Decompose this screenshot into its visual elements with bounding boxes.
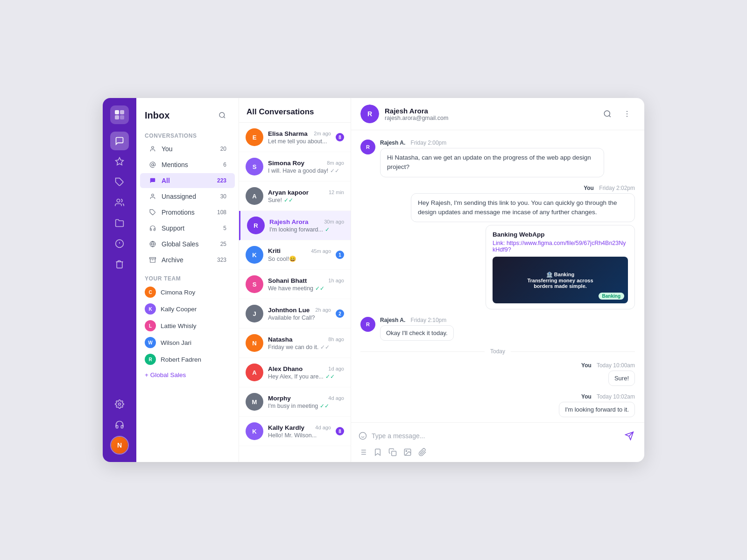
nav-sidebar: N	[103, 98, 136, 462]
conv-badge-kally-kardly: 8	[336, 427, 344, 435]
svg-point-21	[604, 111, 610, 116]
nav-item-trash[interactable]	[110, 255, 129, 273]
chat-search-button[interactable]	[599, 106, 615, 122]
msg-meta-3: Rajesh A. Friday 2:10pm	[380, 317, 454, 323]
image-tool[interactable]	[403, 448, 412, 456]
conv-avatar-morphy: M	[246, 393, 263, 411]
msg-card-preview: 🏦 BankingTransferring money acrossborder…	[493, 257, 628, 303]
sidebar-item-all-count: 223	[217, 177, 226, 184]
conv-info-alex: Alex Dhano 1d ago Hey Alex, If you are..…	[268, 365, 344, 380]
sidebar-item-promotions-count: 108	[217, 209, 226, 216]
svg-point-13	[152, 147, 154, 149]
conv-item-johnthon[interactable]: J Johnthon Lue 2h ago Available for Call…	[239, 299, 351, 329]
msg-row-2: You Friday 2:02pm Hey Rajesh, I'm sendin…	[360, 185, 635, 310]
person-outline-icon	[148, 192, 157, 201]
nav-item-users[interactable]	[110, 193, 129, 212]
svg-point-39	[406, 450, 407, 451]
conv-item-rajesh[interactable]: R Rajesh Arora 30m ago I'm looking forwa…	[239, 211, 351, 240]
msg-card-link[interactable]: Link: https://www.figma.com/file/59/67jc…	[493, 240, 628, 253]
nav-item-tag[interactable]	[110, 173, 129, 191]
chat-more-button[interactable]	[619, 106, 635, 122]
msg-content-2: You Friday 2:02pm Hey Rajesh, I'm sendin…	[411, 185, 635, 310]
conv-item-simona[interactable]: S Simona Roy 8m ago I will. Have a good …	[239, 152, 351, 182]
send-button[interactable]	[622, 428, 637, 443]
sidebar-item-unassigned[interactable]: Unassigned 30	[140, 189, 235, 204]
team-member-lattie[interactable]: L Lattie Whisly	[136, 317, 239, 334]
conv-item-natasha[interactable]: N Natasha 8h ago Friday we can do it. ✓✓	[239, 329, 351, 358]
search-button[interactable]	[214, 107, 230, 123]
msg-bubble-1: Hi Natasha, can we get an update on the …	[380, 148, 604, 177]
sidebar-item-promotions[interactable]: Promotions 108	[140, 205, 235, 220]
user-avatar[interactable]: N	[110, 436, 129, 455]
sidebar-item-archive[interactable]: Archive 323	[140, 252, 235, 267]
conv-avatar-alex: A	[246, 364, 263, 381]
msg-bubble-5: Sure!	[608, 371, 635, 386]
sidebar-item-global-sales[interactable]: Global Sales 25	[140, 237, 235, 252]
sidebar-item-you[interactable]: You 20	[140, 141, 235, 156]
team-member-robert[interactable]: R Robert Fadren	[136, 351, 239, 368]
conv-info-kriti: Kriti 45m ago So cool!😄	[268, 247, 331, 262]
conv-item-alex[interactable]: A Alex Dhano 1d ago Hey Alex, If you are…	[239, 358, 351, 387]
conv-avatar-simona: S	[246, 158, 263, 175]
nav-item-alert[interactable]	[110, 234, 129, 253]
msg-sender-3: Rajesh A.	[380, 317, 405, 323]
sidebar-item-all[interactable]: All 223	[140, 173, 235, 188]
sidebar-item-support-count: 5	[223, 225, 226, 231]
nav-item-inbox[interactable]	[110, 132, 129, 150]
sidebar-item-support[interactable]: Support 5	[140, 221, 235, 236]
conv-avatar-aryan: A	[246, 187, 263, 205]
msg-time-6: Today 10:02am	[597, 393, 635, 400]
nav-item-headset[interactable]	[110, 415, 129, 434]
conv-preview-natasha: Friday we can do it. ✓✓	[268, 344, 344, 350]
chat-header: R Rajesh Arora rajesh.arora@gmail.com	[351, 98, 644, 130]
conv-time-natasha: 8h ago	[328, 336, 344, 342]
copy-tool[interactable]	[388, 448, 397, 456]
conv-item-sohani[interactable]: S Sohani Bhatt 1h ago We have meeting ✓✓	[239, 270, 351, 299]
conv-time-elisa: 2m ago	[314, 131, 331, 136]
add-team-button[interactable]: + Global Sales	[136, 368, 239, 382]
msg-card-banking: Banking WebApp Link: https://www.figma.c…	[486, 225, 635, 309]
nav-item-star[interactable]	[110, 152, 129, 171]
svg-point-11	[219, 112, 225, 118]
team-member-wilson[interactable]: W Wilson Jari	[136, 334, 239, 351]
divider-line-left	[360, 351, 485, 352]
nav-item-folder[interactable]	[110, 214, 129, 232]
conv-name-natasha: Natasha	[268, 336, 293, 343]
conv-item-aryan[interactable]: A Aryan kapoor 12 min Sure! ✓✓	[239, 182, 351, 211]
conv-info-aryan: Aryan kapoor 12 min Sure! ✓✓	[268, 189, 344, 203]
msg-row-5: You Today 10:00am Sure!	[360, 362, 635, 386]
attach-tool[interactable]	[418, 448, 427, 456]
conv-name-kally-kardly: Kally Kardly	[268, 424, 304, 431]
conv-avatar-sohani: S	[246, 275, 263, 293]
conversations-list: E Elisa Sharma 2m ago Let me tell you ab…	[239, 123, 351, 462]
conv-name-aryan: Aryan kapoor	[268, 189, 309, 196]
conv-item-kally-kardly[interactable]: K Kally Kardly 4d ago Hello! Mr. Wilson.…	[239, 417, 351, 446]
team-name-cimona: Cimona Roy	[161, 289, 195, 296]
conv-info-johnthon: Johnthon Lue 2h ago Available for Call?	[268, 307, 331, 321]
team-avatar-cimona: C	[145, 287, 156, 298]
svg-point-24	[627, 113, 627, 114]
conv-time-simona: 8m ago	[327, 160, 344, 166]
sidebar-item-mentions-count: 6	[223, 161, 226, 168]
conv-avatar-elisa: E	[246, 128, 263, 146]
svg-rect-19	[150, 258, 156, 259]
message-input[interactable]	[372, 432, 617, 440]
list-tool[interactable]	[359, 448, 367, 456]
conv-info-sohani: Sohani Bhatt 1h ago We have meeting ✓✓	[268, 277, 344, 292]
sidebar-item-mentions[interactable]: Mentions 6	[140, 157, 235, 172]
team-member-kally[interactable]: K Kally Cooper	[136, 301, 239, 317]
team-member-cimona[interactable]: C Cimona Roy	[136, 284, 239, 301]
bookmark-tool[interactable]	[374, 448, 382, 456]
conv-item-kriti[interactable]: K Kriti 45m ago So cool!😄 1	[239, 240, 351, 270]
emoji-button[interactable]	[359, 432, 367, 440]
sidebar-item-promotions-label: Promotions	[162, 209, 212, 216]
msg-card-badge: Banking	[599, 293, 624, 300]
conv-item-morphy[interactable]: M Morphy 4d ago I'm busy in meeting ✓✓	[239, 387, 351, 417]
msg-sender-5: You	[581, 362, 592, 369]
msg-group-1: R Rajesh A. Friday 2:00pm Hi Natasha, ca…	[360, 140, 635, 177]
msg-card-preview-text: 🏦 BankingTransferring money acrossborder…	[523, 268, 597, 293]
conv-item-elisa[interactable]: E Elisa Sharma 2m ago Let me tell you ab…	[239, 123, 351, 152]
app-logo[interactable]	[110, 105, 129, 124]
svg-point-25	[627, 116, 627, 117]
nav-item-settings[interactable]	[110, 395, 129, 413]
